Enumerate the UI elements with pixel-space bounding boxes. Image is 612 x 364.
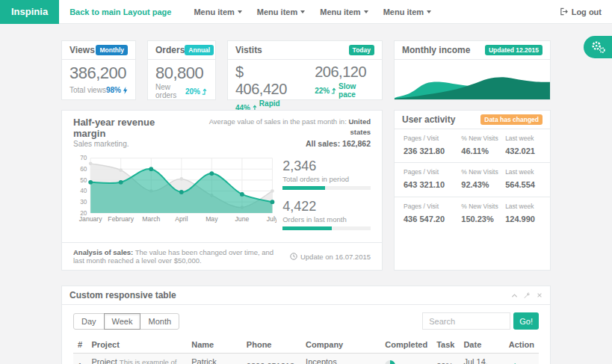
visits-title: Vistits [235,45,262,55]
cell-date: Jul 14, 2013 [459,354,504,364]
menu-item-3[interactable]: Menu item [312,7,375,16]
col-header-name: Name [187,337,242,354]
orders-period-progress [282,186,371,190]
menu-item-1[interactable]: Menu item [186,7,249,16]
visits-widget: Vistits Today $ 406,420 44%Rapid pace 20… [227,40,383,100]
orders-widget: Orders Annual 80,800 New orders 20% [147,40,216,100]
revenue-title: Half-year revenue margin [73,117,188,139]
updated-badge: Updated 12.2015 [485,45,543,55]
orders-month-label: Orders in last month [282,215,371,223]
revenue-note: Average value of sales in the past month… [188,117,371,149]
all-sales: All sales: 162,862 [188,138,371,150]
views-title: Views [69,45,95,55]
col-header-phone: Phone [242,337,301,354]
logout-button[interactable]: Log out [560,7,602,16]
visits-value-1: $ 406,420 [235,64,298,98]
cell-task: 20% [432,354,459,364]
views-label: Total views [69,86,106,94]
menu-item-2[interactable]: Menu item [250,7,312,16]
revenue-panel: Half-year revenue margin Sales marketing… [61,110,383,271]
revenue-stats: 2,346 Total orders in period 4,422 Order… [282,154,371,239]
svg-text:May: May [205,216,218,223]
theme-settings-button[interactable] [584,36,612,58]
cell-project: Project This is example of project [87,354,188,364]
bolt-icon [123,87,128,94]
revenue-subtitle: Sales marketing. [73,140,188,148]
cell-num: 1 [73,354,87,364]
activity-row: Pages / Visit643 321.10 % New Visits92.4… [395,163,550,197]
data-changed-badge: Data has changed [480,114,543,125]
svg-text:50: 50 [80,177,87,184]
user-activity-panel: User activity Data has changed Pages / V… [394,110,551,271]
tab-month[interactable]: Month [140,313,179,330]
col-header-company: Company [301,337,380,354]
svg-text:March: March [142,216,160,223]
cell-company: Inceptos Hymenaeos Ltd [301,354,380,364]
nav-menu: Menu item Menu item Menu item Menu item [186,7,439,16]
orders-period-label: Total orders in period [282,175,371,183]
svg-text:April: April [175,216,188,223]
orders-value: 80,800 [155,64,208,83]
activity-row: Pages / Visit236 321.80 % New Visits46.1… [395,129,550,163]
sign-out-icon [560,7,568,16]
stats-row: Views Monthly 386,200 Total views 98% Or… [61,40,551,100]
svg-text:60: 60 [80,166,87,173]
col-header-num: # [73,337,87,354]
orders-period-value: 2,346 [282,158,371,174]
caret-down-icon [238,10,242,13]
menu-item-4[interactable]: Menu item [376,7,439,16]
activity-row: Pages / Visit436 547.20 % New Visits150.… [395,197,550,230]
revenue-chart: 203040506070JanuaryFebruaryMarchAprilMay… [73,154,276,226]
svg-text:30: 30 [80,199,87,206]
views-widget: Views Monthly 386,200 Total views 98% [61,40,136,100]
col-header-project: Project [87,337,188,354]
col-header-date: Date [459,337,504,354]
top-navbar: Inspinia Back to main Layout page Menu i… [0,0,612,24]
cell-name: Patrick Smith [187,354,242,364]
tab-day[interactable]: Day [73,313,105,330]
collapse-icon[interactable] [511,292,518,299]
responsive-table-panel: Custom responsive table Day Week Month G… [61,286,551,364]
period-tabs: Day Week Month [73,313,179,330]
svg-text:February: February [108,216,134,223]
monthly-badge: Monthly [96,45,128,55]
search-input[interactable] [422,312,510,330]
caret-down-icon [364,10,368,13]
gears-icon [590,40,606,55]
analysis-text: Analysis of sales: The value has been ch… [73,248,282,265]
svg-text:January: January [79,216,103,223]
svg-text:40: 40 [80,188,87,195]
back-to-layout-link[interactable]: Back to main Layout page [69,7,171,16]
orders-month-progress [282,226,371,230]
clock-icon [290,253,297,260]
col-header-action: Action [504,337,539,354]
go-button[interactable]: Go! [513,312,539,330]
projects-table: # Project Name Phone Company Completed T… [73,337,539,364]
cell-action [504,354,539,364]
brand-logo[interactable]: Inspinia [0,0,59,24]
close-icon[interactable] [537,292,543,298]
today-badge: Today [349,45,374,55]
monthly-income-chart [395,60,550,99]
level-up-icon [331,87,337,94]
user-activity-title: User activity [402,114,455,125]
cell-completed [380,354,432,364]
visits-value-2: 206,120 [315,64,374,81]
completed-pie-icon [385,360,395,364]
caret-down-icon [300,10,305,13]
monthly-income-title: Monthly income [402,45,470,55]
tab-week[interactable]: Week [104,313,141,330]
svg-text:70: 70 [80,155,87,162]
annual-badge: Annual [185,45,214,55]
wrench-icon[interactable] [524,292,531,299]
update-info: Update on 16.07.2015 [290,253,371,261]
table-row: 1 Project This is example of project Pat… [73,354,539,364]
col-header-task: Task [432,337,459,354]
views-value: 386,200 [69,64,128,83]
svg-text:July: July [267,216,277,223]
col-header-completed: Completed [380,337,432,354]
orders-title: Orders [155,45,185,55]
caret-down-icon [427,10,431,13]
orders-month-value: 4,422 [282,199,371,215]
table-panel-title: Custom responsive table [69,290,176,300]
